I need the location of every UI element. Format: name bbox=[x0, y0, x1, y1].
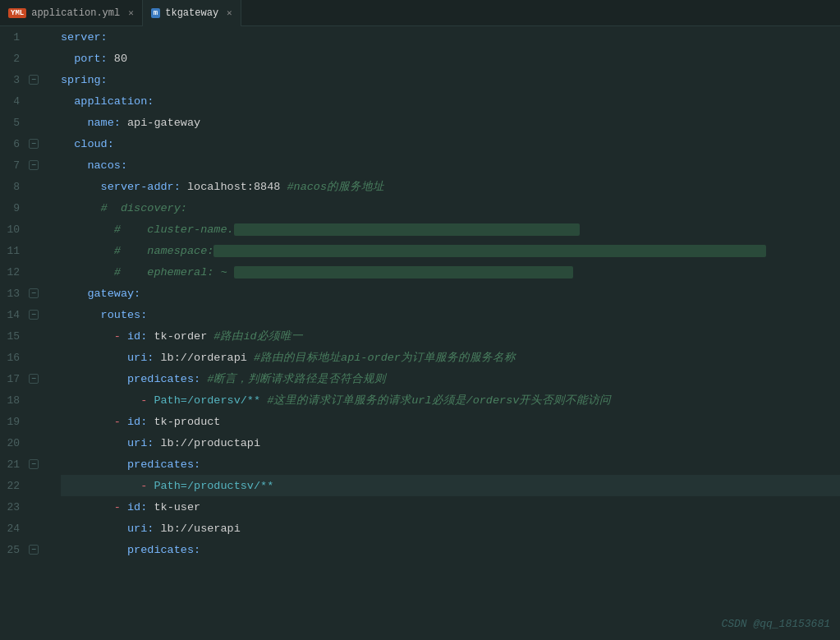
gutter-row: 19 bbox=[0, 411, 57, 432]
gutter-row: 8 bbox=[0, 176, 57, 197]
code-line: - id: tk-product bbox=[61, 411, 840, 432]
code-line: # namespace: bbox=[61, 240, 840, 261]
line-number: 17 bbox=[0, 373, 26, 385]
code-line: predicates: bbox=[61, 454, 840, 475]
fold-icon[interactable]: − bbox=[29, 160, 39, 170]
gutter-row: 11 bbox=[0, 240, 57, 261]
line-number: 1 bbox=[0, 31, 26, 44]
line-gutter: 123−456−7−8910111213−14−151617−18192021−… bbox=[0, 26, 57, 640]
gutter-row: 5 bbox=[0, 112, 57, 133]
line-number: 4 bbox=[0, 95, 26, 108]
gutter-row: 20 bbox=[0, 432, 57, 454]
m-icon: m bbox=[151, 8, 160, 18]
yml-icon: YML bbox=[8, 8, 26, 18]
tab-java-close[interactable]: ✕ bbox=[227, 7, 232, 18]
fold-icon[interactable]: − bbox=[29, 75, 39, 85]
fold-gutter: − bbox=[26, 160, 41, 170]
fold-icon[interactable]: − bbox=[29, 459, 39, 469]
gutter-row: 24 bbox=[0, 518, 57, 539]
tab-java-label: tkgateway bbox=[165, 7, 218, 19]
line-number: 9 bbox=[0, 202, 26, 214]
gutter-row: 3− bbox=[0, 69, 57, 90]
tab-yml-label: application.yml bbox=[31, 7, 120, 19]
code-line: # discovery: bbox=[61, 197, 840, 219]
line-number: 25 bbox=[0, 544, 26, 556]
code-line: uri: lb://orderapi #路由的目标地址api-order为订单服… bbox=[61, 347, 840, 368]
code-line: - id: tk-order #路由id必须唯一 bbox=[61, 325, 840, 347]
line-number: 16 bbox=[0, 352, 26, 364]
gutter-row: 25− bbox=[0, 539, 57, 560]
code-line: nacos: bbox=[61, 154, 840, 176]
line-number: 12 bbox=[0, 266, 26, 279]
code-line: - Path=/ordersv/** #这里的请求订单服务的请求url必须是/o… bbox=[61, 389, 840, 411]
code-line: gateway: bbox=[61, 283, 840, 304]
gutter-row: 10 bbox=[0, 219, 57, 240]
code-line: cloud: bbox=[61, 133, 840, 154]
gutter-row: 4 bbox=[0, 90, 57, 112]
fold-icon[interactable]: − bbox=[29, 139, 39, 149]
line-number: 3 bbox=[0, 74, 26, 86]
line-number: 18 bbox=[0, 394, 26, 407]
line-number: 15 bbox=[0, 330, 26, 343]
tab-bar: YML application.yml ✕ m tkgateway ✕ bbox=[0, 0, 840, 26]
gutter-row: 23 bbox=[0, 496, 57, 518]
line-number: 6 bbox=[0, 138, 26, 150]
fold-gutter: − bbox=[26, 288, 41, 298]
code-line: # ephemeral: ~ bbox=[61, 261, 840, 283]
fold-gutter: − bbox=[26, 310, 41, 320]
redacted-text bbox=[234, 223, 580, 236]
line-number: 20 bbox=[0, 437, 26, 449]
gutter-row: 13− bbox=[0, 283, 57, 304]
line-number: 24 bbox=[0, 523, 26, 535]
fold-icon[interactable]: − bbox=[29, 288, 39, 298]
redacted-text bbox=[234, 266, 573, 279]
code-line: - Path=/productsv/** bbox=[61, 475, 840, 496]
watermark: CSDN @qq_18153681 bbox=[721, 618, 830, 630]
fold-gutter: − bbox=[26, 75, 41, 85]
gutter-row: 17− bbox=[0, 368, 57, 389]
fold-gutter: − bbox=[26, 374, 41, 384]
gutter-row: 2 bbox=[0, 48, 57, 69]
gutter-row: 14− bbox=[0, 304, 57, 325]
line-number: 5 bbox=[0, 117, 26, 129]
code-line: server-addr: localhost:8848 #nacos的服务地址 bbox=[61, 176, 840, 197]
fold-gutter: − bbox=[26, 139, 41, 149]
code-line: uri: lb://userapi bbox=[61, 518, 840, 539]
code-line: application: bbox=[61, 90, 840, 112]
fold-gutter: − bbox=[26, 545, 41, 555]
editor: 123−456−7−8910111213−14−151617−18192021−… bbox=[0, 26, 840, 640]
tab-java[interactable]: m tkgateway ✕ bbox=[143, 0, 241, 26]
line-number: 11 bbox=[0, 245, 26, 257]
tab-yml-close[interactable]: ✕ bbox=[128, 7, 134, 18]
fold-icon[interactable]: − bbox=[29, 545, 39, 555]
code-line: # cluster-name. bbox=[61, 219, 840, 240]
fold-icon[interactable]: − bbox=[29, 374, 39, 384]
code-line: - id: tk-user bbox=[61, 496, 840, 518]
line-number: 19 bbox=[0, 416, 26, 428]
gutter-row: 21− bbox=[0, 454, 57, 475]
line-number: 14 bbox=[0, 309, 26, 321]
tab-yml[interactable]: YML application.yml ✕ bbox=[0, 0, 143, 26]
code-line: uri: lb://productapi bbox=[61, 432, 840, 454]
line-number: 2 bbox=[0, 53, 26, 65]
fold-gutter: − bbox=[26, 459, 41, 469]
line-number: 13 bbox=[0, 288, 26, 300]
gutter-row: 18 bbox=[0, 389, 57, 411]
code-line: routes: bbox=[61, 304, 840, 325]
redacted-text bbox=[213, 245, 765, 257]
line-number: 8 bbox=[0, 181, 26, 193]
line-number: 23 bbox=[0, 501, 26, 513]
code-line: name: api-gateway bbox=[61, 112, 840, 133]
line-number: 21 bbox=[0, 458, 26, 471]
gutter-row: 12 bbox=[0, 261, 57, 283]
line-number: 22 bbox=[0, 480, 26, 492]
line-number: 10 bbox=[0, 223, 26, 236]
code-line: spring: bbox=[61, 69, 840, 90]
gutter-row: 6− bbox=[0, 133, 57, 154]
fold-icon[interactable]: − bbox=[29, 310, 39, 320]
code-line: predicates: #断言，判断请求路径是否符合规则 bbox=[61, 368, 840, 389]
gutter-row: 22 bbox=[0, 475, 57, 496]
gutter-row: 15 bbox=[0, 325, 57, 347]
code-content[interactable]: server: port: 80spring: application: nam… bbox=[57, 26, 840, 640]
code-line: server: bbox=[61, 26, 840, 48]
